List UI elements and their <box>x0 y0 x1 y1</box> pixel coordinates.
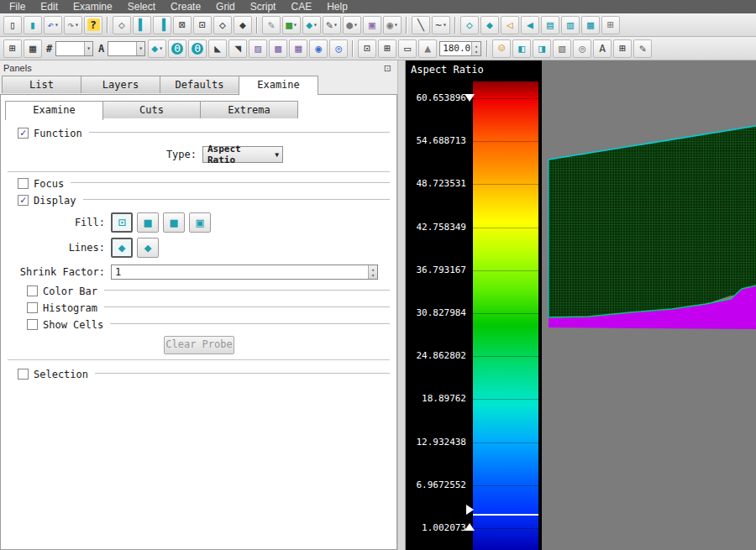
focus-checkbox[interactable] <box>18 178 29 189</box>
subtab-cuts[interactable]: Cuts <box>102 101 201 118</box>
menu-item-select[interactable]: Select <box>120 0 163 13</box>
struct-mesh-button[interactable]: ▨ <box>249 39 267 58</box>
zoom-extents-button[interactable]: ⊞ <box>378 39 396 58</box>
menu-item-edit[interactable]: Edit <box>33 0 66 13</box>
subtab-examine[interactable]: Examine <box>5 101 103 120</box>
fill-flat-button[interactable]: ■ <box>137 212 159 233</box>
fill-none-button[interactable]: ⊡ <box>111 212 133 233</box>
menu-item-help[interactable]: Help <box>319 0 355 13</box>
colorbar-max-marker[interactable] <box>465 94 475 102</box>
new-file-button[interactable]: ▯ <box>3 16 22 34</box>
iso-view-button[interactable]: ▲ <box>418 39 437 58</box>
project-db-button[interactable]: ◧ <box>512 39 531 58</box>
sphere-view-button[interactable]: ◎ <box>573 39 591 58</box>
tab-defaults[interactable]: Defaults <box>160 76 239 93</box>
domain-filled-button[interactable]: ◆ <box>480 16 499 34</box>
project-closest-button[interactable]: ◨ <box>533 39 551 58</box>
grid-list-button[interactable]: ⊞ <box>3 39 22 58</box>
dropdown-arrow-icon[interactable]: ▾ <box>293 21 297 29</box>
mesh-dense-button[interactable]: ▦ <box>24 39 42 58</box>
panel-splitter[interactable] <box>397 60 406 550</box>
cae-globe-button[interactable]: ◉▾ <box>383 16 402 34</box>
function-type-dropdown[interactable]: Aspect Ratio ▼ <box>202 146 283 163</box>
undo-button[interactable]: ↶▾ <box>44 16 62 34</box>
project-linear-button[interactable]: ▧ <box>553 39 571 58</box>
domain-outline-button[interactable]: ◇ <box>460 16 479 34</box>
annotate-button[interactable]: A <box>593 39 612 58</box>
image-import-button[interactable]: ▣ <box>363 16 381 34</box>
paint-brush-button[interactable]: ✎ <box>262 16 281 34</box>
menu-item-grid[interactable]: Grid <box>208 0 243 13</box>
shrink-factor-spinner[interactable]: ▴▾ <box>368 265 377 279</box>
selection-checkbox[interactable] <box>18 369 29 380</box>
dropdown-arrow-icon[interactable]: ▾ <box>136 42 144 55</box>
dropdown-arrow-icon[interactable]: ▾ <box>394 21 398 29</box>
run-zero-button[interactable]: 0 <box>188 39 207 58</box>
menu-item-file[interactable]: File <box>2 0 33 13</box>
edit-grid-button[interactable]: ⊞ <box>613 39 632 58</box>
tri-flip-button[interactable]: ◥ <box>228 39 247 58</box>
function-checkbox[interactable]: ✓ <box>18 128 29 139</box>
display-checkbox[interactable]: ✓ <box>18 195 29 206</box>
tab-list[interactable]: List <box>2 76 81 93</box>
spacing-input[interactable]: ▾ <box>108 41 145 56</box>
color-bar-checkbox[interactable] <box>27 285 38 296</box>
dimension-input[interactable]: ▾ <box>55 41 93 56</box>
zoom-window-button[interactable]: ⊡ <box>358 39 376 58</box>
assemble-blocks-button[interactable]: ▦ <box>581 16 600 34</box>
tri-normal-button[interactable]: ◣ <box>208 39 227 58</box>
wall-spacing-button[interactable]: ◆▾ <box>148 39 166 58</box>
show-cells-checkbox[interactable] <box>27 319 38 330</box>
solve-grid-button[interactable]: ⊞ <box>601 16 620 34</box>
dropdown-arrow-icon[interactable]: ▾ <box>55 21 59 29</box>
assemble-connectors-button[interactable]: ▤ <box>541 16 559 34</box>
panel-dock-icon[interactable]: ⊡ <box>381 63 394 74</box>
menu-item-examine[interactable]: Examine <box>66 0 120 13</box>
dropdown-arrow-icon[interactable]: ▾ <box>443 21 447 29</box>
open-file-button[interactable]: ▮ <box>24 16 42 34</box>
create-database-button[interactable]: ●▾ <box>343 16 361 34</box>
create-domain-button[interactable]: ◆▾ <box>302 16 321 34</box>
examine-metric-button[interactable]: ◉ <box>309 39 328 58</box>
fit-screen-button[interactable]: ▭ <box>398 39 417 58</box>
unstruct-mesh-button[interactable]: ▩ <box>269 39 287 58</box>
single-pane-button[interactable]: ▐ <box>153 16 171 34</box>
extrude-filled-button[interactable]: ◀ <box>521 16 539 34</box>
assemble-domains-button[interactable]: ▥ <box>561 16 580 34</box>
shrink-factor-input[interactable]: 1 ▴▾ <box>111 265 378 280</box>
clear-probe-button[interactable]: Clear Probe <box>164 336 234 354</box>
rotation-angle-spinner[interactable]: 180.0▴▾ <box>439 41 481 56</box>
dropdown-arrow-icon[interactable]: ▾ <box>333 21 338 29</box>
spinner-arrows-icon[interactable]: ▴▾ <box>471 42 480 55</box>
select-diamond-button[interactable]: ◇ <box>113 16 131 34</box>
colorbar-gradient[interactable] <box>473 81 538 550</box>
extrude-open-button[interactable]: ◁ <box>501 16 519 34</box>
histogram-checkbox[interactable] <box>27 302 38 313</box>
dropdown-arrow-icon[interactable]: ▾ <box>84 42 92 55</box>
menu-item-cae[interactable]: CAE <box>283 0 319 13</box>
record-view-button[interactable]: ⊡ <box>193 16 212 34</box>
dropdown-arrow-icon[interactable]: ▾ <box>313 21 318 29</box>
subtab-extrema[interactable]: Extrema <box>200 101 298 118</box>
measure-button[interactable]: ✎ <box>633 39 652 58</box>
tab-layers[interactable]: Layers <box>81 76 160 93</box>
lines-on-button[interactable]: ◆ <box>111 238 133 258</box>
snapshot-button[interactable]: ⊠ <box>173 16 192 34</box>
split-panes-button[interactable]: ▌ <box>133 16 151 34</box>
viewport[interactable] <box>542 60 756 550</box>
voxel-mesh-button[interactable]: ▦ <box>289 39 307 58</box>
colorbar-min-marker[interactable] <box>465 523 475 531</box>
viewport-canvas[interactable] <box>542 60 756 550</box>
menu-item-create[interactable]: Create <box>163 0 208 13</box>
dropdown-arrow-icon[interactable]: ▾ <box>354 21 358 29</box>
fill-hidden-line-button[interactable]: ▣ <box>189 212 211 233</box>
diamond-outline-button[interactable]: ◇ <box>213 16 232 34</box>
redo-button[interactable]: ↷▾ <box>64 16 82 34</box>
fill-shaded-button[interactable]: ■ <box>163 212 185 233</box>
create-connector-button[interactable]: ✎▾ <box>323 16 341 34</box>
initialize-zero-button[interactable]: 0 <box>168 39 186 58</box>
help-button[interactable]: ? <box>84 16 102 34</box>
dropdown-arrow-icon[interactable]: ▾ <box>75 21 79 29</box>
lines-off-button[interactable]: ◆ <box>137 238 159 258</box>
examine-metric-alt-button[interactable]: ◎ <box>329 39 348 58</box>
